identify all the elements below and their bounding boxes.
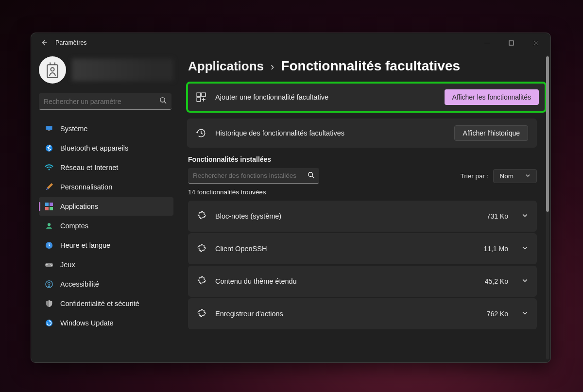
sidebar-item-privacy[interactable]: Confidentialité et sécurité — [39, 294, 173, 313]
svg-rect-8 — [46, 126, 52, 130]
sidebar-item-system[interactable]: Système — [39, 119, 173, 138]
apps-icon — [45, 202, 53, 211]
sidebar-item-label: Accessibilité — [60, 280, 99, 288]
window-controls — [476, 35, 547, 50]
feature-size: 762 Ko — [487, 310, 508, 318]
feature-name: Bloc-notes (système) — [215, 212, 478, 220]
svg-rect-25 — [197, 93, 201, 97]
sidebar-item-network[interactable]: Réseau et Internet — [39, 158, 173, 177]
sidebar-item-label: Heure et langue — [60, 241, 110, 249]
sidebar-item-gaming[interactable]: Jeux — [39, 256, 173, 274]
close-button[interactable] — [524, 35, 547, 50]
chevron-down-icon — [522, 244, 528, 253]
sort-label: Trier par : — [460, 172, 488, 180]
svg-point-17 — [48, 223, 51, 226]
breadcrumb-parent[interactable]: Applications — [188, 59, 264, 74]
history-icon — [196, 128, 206, 138]
add-feature-panel: Ajouter une fonctionnalité facultative A… — [187, 83, 546, 112]
search-icon — [308, 171, 314, 180]
feature-row[interactable]: Bloc-notes (système) 731 Ko — [188, 201, 537, 232]
gamepad-icon — [45, 260, 53, 269]
feature-name: Enregistreur d'actions — [215, 310, 478, 318]
shield-icon — [45, 299, 53, 308]
wifi-icon — [45, 163, 53, 172]
sidebar-item-label: Système — [60, 125, 87, 133]
installed-search[interactable] — [188, 168, 319, 184]
sidebar-item-label: Réseau et Internet — [60, 164, 118, 171]
sidebar-item-label: Comptes — [60, 222, 88, 230]
installed-section-label: Fonctionnalités installées — [188, 155, 546, 163]
svg-rect-26 — [202, 93, 206, 97]
chevron-right-icon: › — [271, 61, 274, 73]
svg-rect-27 — [197, 98, 201, 102]
chevron-down-icon — [522, 277, 528, 286]
sidebar-item-label: Jeux — [60, 261, 75, 269]
svg-point-5 — [51, 68, 54, 71]
svg-rect-10 — [48, 130, 51, 131]
add-feature-label: Ajouter une fonctionnalité facultative — [215, 93, 436, 101]
show-features-button[interactable]: Afficher les fonctionnalités — [445, 89, 539, 105]
svg-rect-13 — [45, 203, 49, 206]
feature-name: Contenu du thème étendu — [215, 277, 476, 285]
scrollbar[interactable] — [546, 55, 549, 359]
svg-point-28 — [309, 172, 313, 176]
svg-point-21 — [51, 265, 52, 266]
installed-controls: Trier par : Nom — [188, 168, 537, 184]
sidebar: Système Bluetooth et appareils Réseau et… — [31, 52, 178, 362]
svg-rect-14 — [50, 203, 53, 206]
sidebar-item-label: Windows Update — [60, 319, 114, 327]
nav-list: Système Bluetooth et appareils Réseau et… — [39, 119, 173, 332]
sidebar-item-personalization[interactable]: Personnalisation — [39, 178, 173, 196]
svg-point-6 — [160, 98, 165, 102]
feature-row[interactable]: Client OpenSSH 11,1 Mo — [188, 233, 537, 264]
svg-point-20 — [51, 264, 51, 265]
sidebar-item-label: Confidentialité et sécurité — [60, 300, 139, 307]
sort-dropdown[interactable]: Nom — [493, 169, 537, 183]
add-feature-icon — [196, 92, 206, 102]
window-title: Paramètres — [55, 39, 87, 46]
feature-size: 11,1 Mo — [483, 245, 508, 253]
settings-window: Paramètres — [31, 33, 551, 363]
sort-value: Nom — [499, 172, 514, 180]
feature-size: 731 Ko — [487, 212, 508, 220]
sidebar-item-accounts[interactable]: Comptes — [39, 217, 173, 235]
monitor-icon — [45, 124, 53, 133]
accessibility-icon — [45, 280, 53, 289]
svg-point-23 — [48, 282, 50, 283]
titlebar: Paramètres — [31, 33, 550, 52]
puzzle-icon — [197, 210, 206, 222]
installed-search-input[interactable] — [193, 172, 308, 179]
sidebar-item-bluetooth[interactable]: Bluetooth et appareils — [39, 139, 173, 157]
svg-rect-1 — [509, 41, 514, 45]
scrollbar-thumb[interactable] — [546, 56, 549, 212]
sidebar-item-windows-update[interactable]: Windows Update — [39, 314, 173, 332]
sidebar-item-accessibility[interactable]: Accessibilité — [39, 275, 173, 293]
svg-rect-15 — [45, 207, 49, 210]
sidebar-item-time-language[interactable]: Heure et langue — [39, 236, 173, 255]
svg-rect-16 — [50, 207, 53, 210]
puzzle-icon — [197, 308, 206, 320]
brush-icon — [45, 183, 53, 191]
avatar — [39, 56, 66, 84]
feature-list: Bloc-notes (système) 731 Ko Client OpenS… — [188, 201, 537, 329]
main-content: Applications › Fonctionnalités facultati… — [178, 52, 550, 362]
feature-size: 45,2 Ko — [485, 277, 508, 285]
sidebar-item-applications[interactable]: Applications — [39, 197, 173, 216]
svg-line-29 — [312, 176, 314, 178]
search-input[interactable] — [44, 98, 159, 105]
show-history-button[interactable]: Afficher l'historique — [454, 125, 528, 141]
sidebar-search[interactable] — [39, 93, 171, 110]
back-button[interactable] — [38, 36, 51, 49]
breadcrumb: Applications › Fonctionnalités facultati… — [178, 56, 546, 83]
maximize-button[interactable] — [500, 35, 522, 50]
feature-row[interactable]: Enregistreur d'actions 762 Ko — [188, 298, 537, 329]
profile-block[interactable] — [39, 56, 173, 84]
minimize-button[interactable] — [476, 35, 498, 50]
bluetooth-icon — [45, 144, 53, 153]
person-icon — [45, 222, 53, 230]
sidebar-item-label: Bluetooth et appareils — [60, 144, 128, 152]
feature-row[interactable]: Contenu du thème étendu 45,2 Ko — [188, 266, 537, 297]
profile-name-redacted — [72, 59, 173, 81]
feature-name: Client OpenSSH — [215, 245, 475, 253]
puzzle-icon — [197, 243, 206, 255]
